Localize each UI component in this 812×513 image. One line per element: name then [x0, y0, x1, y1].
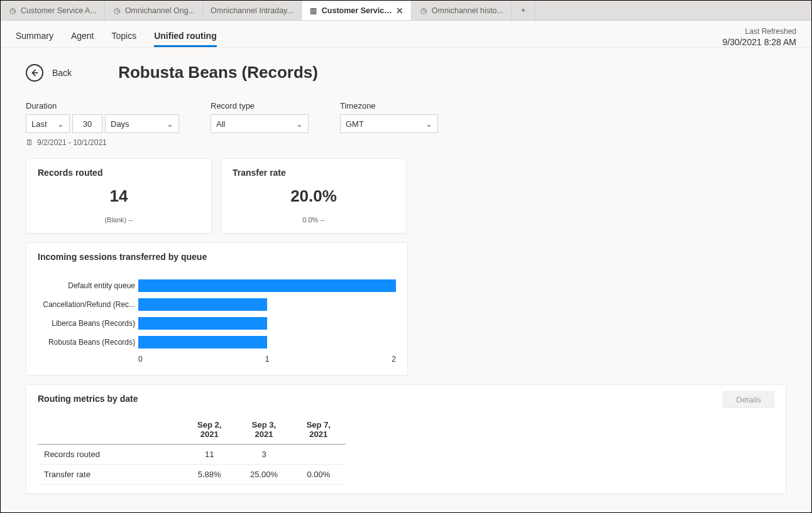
filter-record-type: Record type All ⌄	[211, 101, 309, 133]
bar-row: Liberca Beans (Records)	[138, 317, 396, 330]
bar-track	[138, 336, 396, 348]
last-refreshed-value: 9/30/2021 8:28 AM	[722, 37, 796, 47]
subnav-topics[interactable]: Topics	[112, 27, 137, 47]
subnav-agent[interactable]: Agent	[71, 27, 94, 47]
table-column-header: Sep 7, 2021	[292, 415, 346, 445]
table-title: Routing metrics by date	[38, 394, 774, 404]
table-body: Records routed113Transfer rate5.88%25.00…	[38, 445, 346, 485]
chevron-down-icon: ⌄	[296, 119, 303, 129]
kpi-sub: (Blank) --	[38, 216, 200, 224]
timezone-dropdown[interactable]: GMT ⌄	[340, 114, 438, 133]
duration-mode-dropdown[interactable]: Last ⌄	[26, 114, 70, 133]
back-button[interactable]	[26, 64, 43, 82]
subnav-bar: Summary Agent Topics Unified routing Las…	[1, 21, 811, 48]
last-refreshed-label: Last Refreshed	[722, 27, 796, 36]
date-range-text: 9/2/2021 - 10/1/2021	[37, 138, 107, 147]
table-row: Transfer rate5.88%25.00%0.00%	[38, 465, 346, 485]
cell-value: 3	[236, 445, 291, 465]
filter-label: Timezone	[340, 101, 438, 111]
kpi-sub: 0.0% --	[233, 216, 395, 224]
chart-title: Incoming sessions transferred by queue	[38, 252, 396, 262]
kpi-row: Records routed 14 (Blank) -- Transfer ra…	[26, 158, 796, 234]
details-button[interactable]: Details	[723, 391, 774, 408]
bar-track	[138, 279, 396, 292]
tab-customer-service-historic[interactable]: ▥ Customer Service historic... ✕	[302, 1, 412, 20]
kpi-value: 20.0%	[233, 186, 395, 206]
bar-row: Cancellation/Refund (Rec...	[138, 298, 396, 311]
tab-omnichannel-ong[interactable]: ◷ Omnichannel Ong...	[105, 1, 203, 20]
routing-metrics-card: Routing metrics by date Details Sep 2, 2…	[26, 384, 786, 494]
page-header: Back Robusta Beans (Records)	[26, 63, 796, 82]
chevron-down-icon: ⌄	[57, 119, 64, 129]
dropdown-value: GMT	[346, 119, 364, 129]
axis-tick: 2	[392, 355, 396, 364]
table-column-header	[38, 415, 182, 445]
kpi-transfer-rate: Transfer rate 20.0% 0.0% --	[221, 158, 407, 234]
bar-row: Default entity queue	[138, 279, 396, 292]
routing-metrics-table: Sep 2, 2021Sep 3, 2021Sep 7, 2021 Record…	[38, 415, 346, 485]
tab-omnichannel-histo[interactable]: ◷ Omnichannel histo...	[412, 1, 512, 20]
tab-omnichannel-intraday[interactable]: Omnichannel Intraday...	[203, 1, 302, 20]
table-column-header: Sep 3, 2021	[236, 415, 291, 445]
duration-unit-dropdown[interactable]: Days ⌄	[105, 114, 179, 133]
chart-icon: ▥	[309, 6, 318, 15]
clock-icon: ◷	[419, 6, 428, 15]
filter-label: Duration	[26, 101, 179, 111]
last-refreshed: Last Refreshed 9/30/2021 8:28 AM	[722, 27, 796, 47]
filter-label: Record type	[211, 101, 309, 111]
bar-track	[138, 298, 396, 311]
plus-icon: ＋	[519, 5, 527, 16]
filter-duration: Duration Last ⌄ 30 Days ⌄	[26, 101, 179, 133]
axis-tick: 0	[138, 355, 143, 364]
back-label: Back	[52, 68, 72, 78]
chart-axis: 012	[138, 355, 396, 364]
bar-label: Default entity queue	[38, 281, 135, 290]
bar-fill[interactable]	[138, 279, 396, 292]
tab-customer-service-a[interactable]: ◷ Customer Service A...	[1, 1, 105, 20]
filter-timezone: Timezone GMT ⌄	[340, 101, 438, 133]
cell-value: 0.00%	[292, 465, 346, 485]
bar-track	[138, 317, 396, 330]
dropdown-value: 30	[83, 119, 92, 129]
tab-label: Customer Service historic...	[322, 6, 392, 15]
window-tabbar: ◷ Customer Service A... ◷ Omnichannel On…	[1, 1, 811, 21]
arrow-left-icon	[30, 68, 39, 77]
chevron-down-icon: ⌄	[425, 119, 432, 129]
bar-fill[interactable]	[138, 317, 267, 330]
row-label: Records routed	[38, 445, 182, 465]
duration-number-input[interactable]: 30	[72, 114, 102, 133]
tab-label: Omnichannel histo...	[432, 6, 503, 15]
chart-incoming-sessions: Incoming sessions transferred by queue D…	[26, 242, 408, 375]
axis-tick: 1	[265, 355, 270, 364]
kpi-title: Transfer rate	[233, 168, 395, 178]
cell-value	[292, 445, 346, 465]
cell-value: 25.00%	[236, 465, 291, 485]
tab-label: Omnichannel Intraday...	[211, 6, 294, 15]
subnav-unified-routing[interactable]: Unified routing	[154, 27, 217, 47]
chart-body: Default entity queueCancellation/Refund …	[38, 279, 396, 348]
row-label: Transfer rate	[38, 465, 182, 485]
page-title: Robusta Beans (Records)	[118, 63, 318, 82]
cell-value: 5.88%	[182, 465, 236, 485]
dropdown-value: All	[216, 119, 225, 129]
cell-value: 11	[182, 445, 236, 465]
record-type-dropdown[interactable]: All ⌄	[211, 114, 309, 133]
dropdown-value: Last	[31, 119, 47, 129]
bar-label: Cancellation/Refund (Rec...	[38, 300, 135, 309]
new-tab-button[interactable]: ＋	[512, 1, 535, 20]
close-icon[interactable]: ✕	[396, 6, 403, 15]
table-column-header: Sep 2, 2021	[182, 415, 236, 445]
tab-label: Customer Service A...	[21, 6, 97, 15]
subnav-summary[interactable]: Summary	[16, 27, 53, 47]
bar-row: Robusta Beans (Records)	[138, 336, 396, 348]
clock-icon: ◷	[112, 6, 121, 15]
bar-fill[interactable]	[138, 298, 267, 311]
kpi-records-routed: Records routed 14 (Blank) --	[26, 158, 212, 234]
bar-fill[interactable]	[138, 336, 267, 348]
bar-label: Liberca Beans (Records)	[38, 319, 135, 328]
dropdown-value: Days	[111, 119, 129, 129]
content-area: Back Robusta Beans (Records) Duration La…	[1, 48, 811, 508]
kpi-value: 14	[38, 186, 200, 206]
clock-icon: ◷	[8, 6, 17, 15]
chevron-down-icon: ⌄	[167, 119, 173, 129]
